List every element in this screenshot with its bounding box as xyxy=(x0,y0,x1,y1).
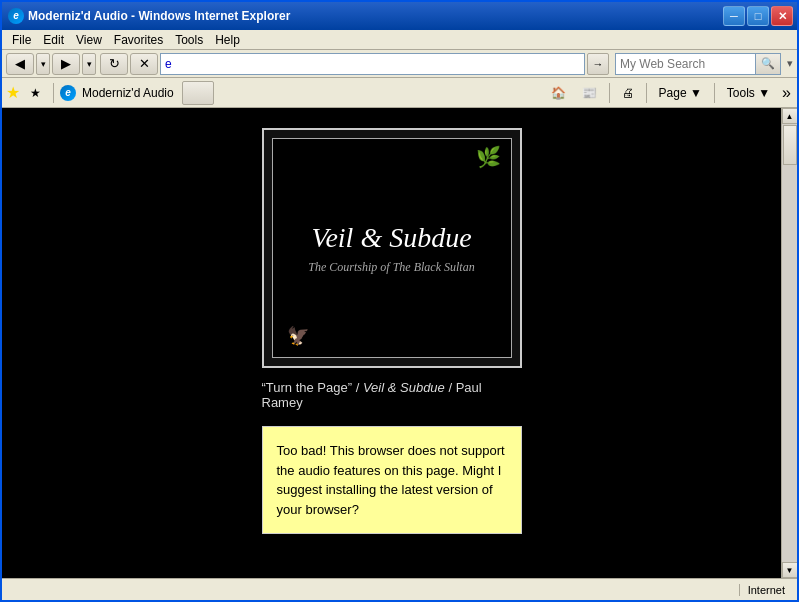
rss-button[interactable]: 📰 xyxy=(576,81,603,105)
print-button[interactable]: 🖨 xyxy=(616,81,640,105)
toolbar-separator-4 xyxy=(714,83,715,103)
window-icon: e xyxy=(8,8,24,24)
go-button[interactable]: → xyxy=(587,53,609,75)
page-tab-label: Moderniz'd Audio xyxy=(82,86,174,100)
scrollbar: ▲ ▼ xyxy=(781,108,797,578)
album-subtitle: The Courtship of The Black Sultan xyxy=(308,260,474,275)
toolbar-separator-1 xyxy=(53,83,54,103)
track-info: “Turn the Page” / Veil & Subdue / Paul R… xyxy=(262,380,522,410)
browser-notice-text: Too bad! This browser does not support t… xyxy=(277,443,505,517)
status-zone: Internet xyxy=(739,584,793,596)
menu-tools[interactable]: Tools xyxy=(169,32,209,48)
scroll-track xyxy=(782,124,797,562)
title-bar: e Moderniz'd Audio - Windows Internet Ex… xyxy=(2,2,797,30)
add-tab-button[interactable] xyxy=(182,81,214,105)
scroll-down-button[interactable]: ▼ xyxy=(782,562,798,578)
title-bar-buttons: ─ □ ✕ xyxy=(723,6,793,26)
page-favicon: e xyxy=(60,85,76,101)
album-title: Veil & Subdue xyxy=(311,221,471,255)
minimize-button[interactable]: ─ xyxy=(723,6,745,26)
search-wrap: 🔍 xyxy=(615,53,781,75)
forward-dropdown[interactable]: ▾ xyxy=(82,53,96,75)
menu-favorites[interactable]: Favorites xyxy=(108,32,169,48)
page-content: 🌿 Veil & Subdue The Courtship of The Bla… xyxy=(2,108,781,578)
add-favorites-button[interactable]: ★ xyxy=(24,81,47,105)
toolbar-separator-2 xyxy=(609,83,610,103)
menu-help[interactable]: Help xyxy=(209,32,246,48)
status-bar: Internet xyxy=(2,578,797,600)
album-cover-container: 🌿 Veil & Subdue The Courtship of The Bla… xyxy=(262,128,522,368)
toolbar-more-button[interactable]: » xyxy=(780,82,793,104)
album-decorative-bottom: 🦅 xyxy=(287,325,309,347)
search-options-button[interactable]: ▾ xyxy=(787,57,793,70)
home-button[interactable]: 🏠 xyxy=(545,81,572,105)
album-inner: 🌿 Veil & Subdue The Courtship of The Bla… xyxy=(272,138,512,358)
toolbar: ★ ★ e Moderniz'd Audio 🏠 📰 🖨 Page ▼ Tool… xyxy=(2,78,797,108)
album-decorative-top: 🌿 xyxy=(476,145,501,169)
scroll-thumb[interactable] xyxy=(783,125,797,165)
stop-button[interactable]: ✕ xyxy=(130,53,158,75)
menu-file[interactable]: File xyxy=(6,32,37,48)
page-menu-button[interactable]: Page ▼ xyxy=(653,81,708,105)
ie-window: e Moderniz'd Audio - Windows Internet Ex… xyxy=(0,0,799,602)
tools-menu-button[interactable]: Tools ▼ xyxy=(721,81,776,105)
menu-bar: File Edit View Favorites Tools Help xyxy=(2,30,797,50)
back-button[interactable]: ◀ xyxy=(6,53,34,75)
maximize-button[interactable]: □ xyxy=(747,6,769,26)
track-sep-2: / xyxy=(445,380,456,395)
back-dropdown[interactable]: ▾ xyxy=(36,53,50,75)
menu-edit[interactable]: Edit xyxy=(37,32,70,48)
forward-button[interactable]: ▶ xyxy=(52,53,80,75)
close-button[interactable]: ✕ xyxy=(771,6,793,26)
window-title: Moderniz'd Audio - Windows Internet Expl… xyxy=(28,9,290,23)
favorites-star-icon: ★ xyxy=(6,83,20,102)
search-input[interactable] xyxy=(615,53,755,75)
content-area: 🌿 Veil & Subdue The Courtship of The Bla… xyxy=(2,108,797,578)
toolbar-separator-3 xyxy=(646,83,647,103)
track-album: Veil & Subdue xyxy=(363,380,445,395)
track-sep-1: / xyxy=(352,380,363,395)
search-button[interactable]: 🔍 xyxy=(755,53,781,75)
track-quote: “Turn the Page” xyxy=(262,380,353,395)
address-bar-input-wrap: e xyxy=(160,53,585,75)
toolbar-right: 🏠 📰 🖨 Page ▼ Tools ▼ » xyxy=(545,81,793,105)
scroll-up-button[interactable]: ▲ xyxy=(782,108,798,124)
address-input[interactable] xyxy=(176,57,580,71)
browser-notice-box: Too bad! This browser does not support t… xyxy=(262,426,522,534)
title-bar-left: e Moderniz'd Audio - Windows Internet Ex… xyxy=(8,8,290,24)
menu-view[interactable]: View xyxy=(70,32,108,48)
favorites-add-icon: ★ xyxy=(30,86,41,100)
refresh-button[interactable]: ↻ xyxy=(100,53,128,75)
address-bar: ◀ ▾ ▶ ▾ ↻ ✕ e → 🔍 ▾ xyxy=(2,50,797,78)
